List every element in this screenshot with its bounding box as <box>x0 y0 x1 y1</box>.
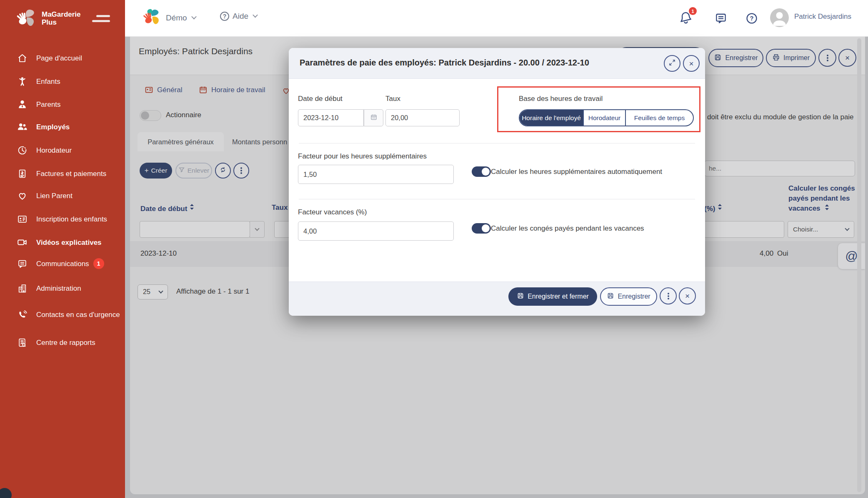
chevron-down-icon <box>191 14 197 19</box>
divider <box>299 199 695 199</box>
sidebar-item-invoices[interactable]: Factures et paiements <box>0 164 125 183</box>
svg-text:?: ? <box>750 15 754 22</box>
notifications-button[interactable]: 1 <box>678 10 693 28</box>
brand-hands-icon <box>15 7 37 30</box>
sidebar-item-administration[interactable]: Administration <box>0 279 125 297</box>
video-icon <box>17 237 28 248</box>
date-picker-button[interactable] <box>364 109 383 126</box>
overtime-factor-input[interactable] <box>298 165 454 184</box>
app-root: MaGarderie Plus Page d'accueil Enfants P… <box>0 0 868 498</box>
floppy-icon <box>517 292 528 301</box>
floppy-icon <box>607 292 618 301</box>
modal-footer: Enregistrer et fermer Enregistrer × <box>289 282 705 316</box>
overtime-auto-label: Calculer les heures supplémentaires auto… <box>491 168 662 176</box>
notifications-badge: 1 <box>689 7 697 15</box>
segment-time-clock[interactable]: Horodateur <box>583 110 625 126</box>
modal-title: Paramètres de paie des employés: Patrick… <box>300 58 589 68</box>
vacation-calc-label: Calculer les congés payés pendant les va… <box>491 224 644 233</box>
avatar[interactable] <box>770 8 789 27</box>
chat-bubble-icon <box>714 19 728 26</box>
start-date-label: Date de début <box>298 95 343 103</box>
vacation-calc-toggle[interactable] <box>472 223 491 234</box>
chat-icon <box>17 259 28 269</box>
phone-icon <box>17 309 28 320</box>
sidebar-item-parents[interactable]: Parents <box>0 95 125 113</box>
vacation-factor-label: Facteur vacances (%) <box>298 208 367 216</box>
sidebar-item-time-clock[interactable]: Horodateur <box>0 141 125 159</box>
kebab-icon <box>668 292 669 300</box>
sidebar: MaGarderie Plus Page d'accueil Enfants P… <box>0 0 125 498</box>
chevron-down-icon <box>253 12 258 18</box>
report-icon <box>17 337 28 348</box>
modal-header: Paramètres de paie des employés: Patrick… <box>289 48 705 79</box>
topbar: Démo ? Aide 1 ? Patrick Desjardins <box>125 0 868 37</box>
save-and-close-button[interactable]: Enregistrer et fermer <box>508 287 597 306</box>
child-icon <box>17 76 28 87</box>
corner-widget-fragment <box>0 488 12 498</box>
invoice-icon <box>17 169 28 179</box>
sidebar-item-report-center[interactable]: Centre de rapports <box>0 333 125 352</box>
modal-expand-button[interactable] <box>664 55 680 72</box>
modal-close-button[interactable]: × <box>683 55 700 72</box>
overtime-factor-label: Facteur pour les heures supplémentaires <box>298 152 427 161</box>
employees-icon <box>17 121 28 132</box>
rate-label: Taux <box>385 95 400 103</box>
hamburger-menu-icon[interactable] <box>92 15 110 22</box>
modal-more-button[interactable] <box>660 287 677 304</box>
vacation-factor-input[interactable] <box>298 221 454 241</box>
expand-icon <box>668 59 676 68</box>
id-card-icon <box>17 214 28 224</box>
clock-icon <box>17 145 28 156</box>
sidebar-item-videos[interactable]: Vidéos explicatives <box>0 233 125 252</box>
close-icon: × <box>685 292 690 300</box>
help-menu[interactable]: ? Aide <box>220 12 257 21</box>
modal-footer-close-button[interactable]: × <box>679 287 696 304</box>
user-name[interactable]: Patrick Desjardins <box>794 13 851 21</box>
segment-employee-schedule[interactable]: Horaire de l'employé <box>520 110 583 126</box>
sidebar-item-home[interactable]: Page d'accueil <box>0 49 125 67</box>
home-icon <box>17 53 28 63</box>
save-button[interactable]: Enregistrer <box>600 287 657 306</box>
overtime-auto-toggle[interactable] <box>472 166 491 177</box>
brand: MaGarderie Plus <box>15 7 81 30</box>
brand-name: MaGarderie Plus <box>42 10 81 26</box>
org-logo-icon <box>142 8 161 28</box>
org-switcher[interactable]: Démo <box>142 8 196 28</box>
calendar-icon <box>370 113 378 123</box>
sidebar-item-employees[interactable]: Employés <box>0 118 125 136</box>
segment-timesheets[interactable]: Feuilles de temps <box>625 110 693 126</box>
help-circle-icon: ? <box>220 12 229 21</box>
divider <box>299 143 695 143</box>
question-circle-icon: ? <box>745 19 758 26</box>
sidebar-item-child-registration[interactable]: Inscription des enfants <box>0 210 125 228</box>
bell-icon <box>678 20 693 27</box>
messages-button[interactable] <box>714 12 728 27</box>
hours-base-segmented-control: Horaire de l'employé Horodateur Feuilles… <box>519 109 694 126</box>
parent-icon <box>17 99 28 110</box>
org-name: Démo <box>166 13 187 23</box>
sidebar-item-parent-link[interactable]: Lien Parent <box>0 186 125 205</box>
payroll-settings-modal: Paramètres de paie des employés: Patrick… <box>289 48 705 316</box>
help-button[interactable]: ? <box>745 12 758 27</box>
heart-icon <box>17 191 28 201</box>
start-date-input[interactable] <box>298 109 364 126</box>
sidebar-item-communications[interactable]: Communications 1 <box>0 254 125 273</box>
communications-badge: 1 <box>93 258 104 269</box>
hours-base-label: Base des heures de travail <box>519 95 603 103</box>
building-icon <box>17 283 28 294</box>
rate-input[interactable] <box>385 109 460 126</box>
close-icon: × <box>689 60 693 68</box>
sidebar-item-emergency-contacts[interactable]: Contacts en cas d'urgence <box>0 302 125 327</box>
sidebar-item-children[interactable]: Enfants <box>0 72 125 91</box>
